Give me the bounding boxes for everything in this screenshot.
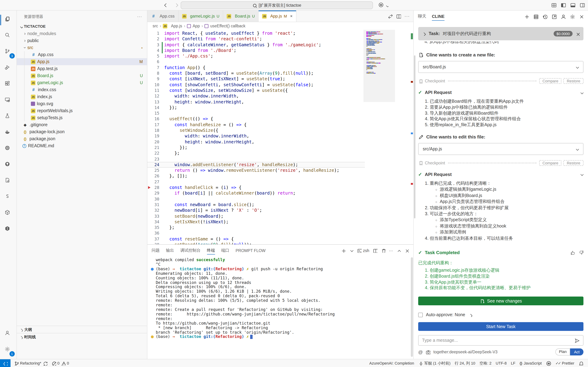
file-row-index.js[interactable]: JSindex.js (17, 93, 147, 100)
restore-button[interactable]: Restore (564, 78, 583, 84)
minimap[interactable] (366, 31, 392, 74)
panel-tab-调试控制台[interactable]: 调试控制台 (180, 245, 201, 256)
encoding[interactable]: UTF-8 (494, 359, 509, 367)
timeline-section[interactable]: 时间线 (17, 333, 147, 340)
file-row-README.md[interactable]: iREADME.md (17, 142, 147, 149)
auto-approve-checkbox[interactable] (418, 312, 423, 317)
file-row-.gitignore[interactable]: ◆.gitignore (17, 121, 147, 128)
tab-App.js[interactable]: JSApp.jsM× (259, 10, 297, 22)
split-editor-icon[interactable] (396, 14, 401, 19)
api-request-2[interactable]: ✓ API Request (418, 172, 583, 177)
new-terminal-icon[interactable] (341, 248, 345, 253)
file-row-src[interactable]: ›src● (17, 44, 147, 51)
file-row-setupTests.js[interactable]: JSsetupTests.js (17, 114, 147, 121)
docker-icon[interactable] (0, 125, 16, 141)
edit-file-path-dropdown[interactable]: src/App.js (418, 143, 583, 155)
message-input[interactable]: Type a message... (418, 335, 583, 346)
notifications-bell-icon[interactable] (576, 359, 585, 367)
plan-toggle[interactable]: Plan (555, 348, 570, 355)
see-new-changes-button[interactable]: See new changes (418, 297, 583, 305)
extension-cube-icon[interactable] (0, 205, 16, 222)
task-close-icon[interactable] (575, 31, 580, 36)
customize-layout-icon[interactable] (551, 2, 557, 8)
source-control-icon[interactable]: 3 (0, 44, 16, 60)
auto-approve-row[interactable]: Auto-approve: None (418, 312, 583, 317)
file-row-package-lock.json[interactable]: {}package-lock.json (17, 128, 147, 135)
panel-tab-PROMPT FLOW[interactable]: PROMPT FLOW (236, 245, 265, 256)
file-row-App.test.js[interactable]: JSApp.test.js (17, 65, 147, 72)
thumbs-down-icon[interactable] (579, 250, 583, 255)
testing-icon[interactable] (0, 109, 16, 125)
tab-chat[interactable]: 聊天 (418, 10, 426, 22)
compare-button[interactable]: Compare (539, 160, 562, 166)
eol[interactable]: LF (509, 359, 518, 367)
create-file-path-dropdown[interactable]: src/Board.js (418, 61, 583, 73)
cline-scrollbar[interactable] (414, 55, 415, 218)
github-icon[interactable] (0, 157, 16, 173)
kill-terminal-icon[interactable] (381, 248, 385, 253)
cline-settings-icon[interactable] (570, 14, 575, 19)
cline-close-icon[interactable] (579, 14, 584, 19)
cline-mcp-servers-icon[interactable] (533, 14, 538, 19)
remote-explorer-icon[interactable] (0, 92, 16, 109)
cline-history-icon[interactable] (542, 14, 547, 19)
act-toggle[interactable]: Act (570, 348, 583, 355)
cline-new-task-icon[interactable] (524, 14, 529, 19)
file-row-reportWebVitals.js[interactable]: JSreportWebVitals.js (17, 107, 147, 114)
terminal-scrollbar[interactable] (411, 257, 413, 357)
accounts-icon[interactable] (0, 326, 16, 342)
thumbs-up-icon[interactable] (570, 250, 575, 255)
breadcrumb-item[interactable]: useEffect() callback (210, 24, 245, 28)
panel-tab-端口[interactable]: 端口 (221, 245, 229, 256)
panel-tab-问题[interactable]: 问题 (152, 245, 160, 256)
mongodb-icon[interactable] (0, 222, 16, 238)
project-root-row[interactable]: TICTACTOE (17, 22, 147, 30)
command-center-search[interactable]: [扩展开发宿主] tictactoe (181, 1, 373, 9)
toggle-secondary-sidebar-icon[interactable] (579, 2, 585, 8)
completion-status[interactable]: AzureOpenAI: Completion (367, 359, 416, 367)
branch-status[interactable]: Refactoring* (12, 359, 49, 367)
copilot-menu-button[interactable] (378, 2, 388, 8)
kubernetes-icon[interactable] (0, 141, 16, 157)
mention-icon[interactable]: @ (418, 349, 423, 355)
toggle-sidebar-icon[interactable] (561, 2, 566, 8)
tab-cline[interactable]: CLINE (432, 10, 444, 22)
close-tab-icon[interactable]: × (290, 14, 293, 19)
panel-tab-终端[interactable]: 终端 (207, 245, 215, 256)
explorer-icon[interactable] (0, 12, 16, 28)
api-request-1[interactable]: ✓ API Request (418, 90, 583, 95)
language-mode[interactable]: {}JavaScript (518, 359, 544, 367)
camera-icon[interactable] (426, 350, 430, 354)
cline-open-in-editor-icon[interactable] (552, 14, 556, 19)
code-editor[interactable]: 1import React, { useState, useEffect } f… (147, 30, 413, 244)
nav-back-icon[interactable] (163, 2, 168, 8)
close-panel-icon[interactable] (405, 248, 409, 253)
tab-Board.js[interactable]: JSBoard.jsU (223, 10, 259, 22)
problems-status[interactable]: 0 0 (49, 359, 71, 367)
breadcrumb-item[interactable]: App (193, 24, 200, 28)
file-row-index.css[interactable]: #index.css (17, 86, 147, 93)
breadcrumb-item[interactable]: src (153, 24, 158, 28)
toggle-panel-icon[interactable] (570, 2, 576, 8)
tab-gameLogic.js[interactable]: JSgameLogic.jsU (179, 10, 223, 22)
maximize-panel-icon[interactable] (396, 248, 401, 253)
sqltools-icon[interactable] (0, 189, 16, 205)
start-new-task-button[interactable]: Start New Task (418, 322, 583, 331)
extensions-icon[interactable] (0, 76, 16, 92)
run-debug-icon[interactable] (0, 60, 16, 76)
cline-account-icon[interactable] (561, 14, 566, 19)
breadcrumb-item[interactable]: App.js (171, 24, 182, 28)
file-row-App.js[interactable]: JSApp.jsM (17, 58, 147, 65)
terminal-profile-dropdown-icon[interactable] (349, 248, 353, 253)
search-icon[interactable] (0, 28, 16, 44)
copilot-status-icon[interactable] (544, 359, 553, 367)
overview-ruler[interactable] (410, 30, 413, 244)
split-terminal-icon[interactable] (373, 248, 377, 253)
panel-more-icon[interactable]: ··· (389, 248, 393, 252)
breadcrumb[interactable]: src›JSApp.js›App›useEffect() callback (147, 22, 413, 30)
settings-sync-status[interactable]: 军舰 (1 小时前) (416, 359, 452, 367)
file-row-logo.svg[interactable]: logo.svg (17, 100, 147, 107)
remote-indicator[interactable] (0, 359, 10, 367)
file-row-public[interactable]: ›public (17, 37, 147, 44)
file-row-package.json[interactable]: {}package.json (17, 135, 147, 142)
